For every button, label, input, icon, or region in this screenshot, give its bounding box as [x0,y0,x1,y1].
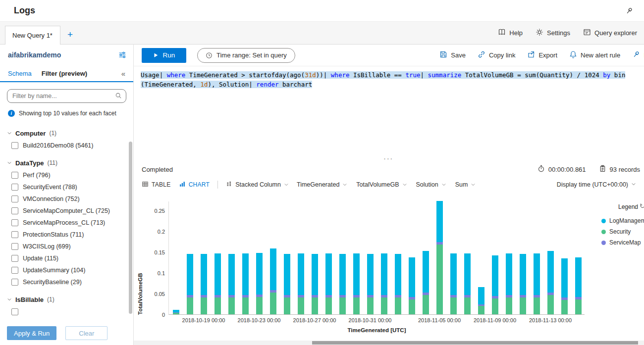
bar-segment-logmanagement[interactable] [242,253,249,295]
bar-segment-security[interactable] [381,297,387,314]
bar-segment-logmanagement[interactable] [284,254,290,295]
bar-2018-10-29[interactable] [339,254,346,314]
search-input[interactable] [7,89,126,103]
bar-2018-10-27[interactable] [312,254,318,314]
bar-segment-logmanagement[interactable] [298,253,304,295]
bar-2018-11-14[interactable] [561,258,568,314]
help-button[interactable]: Help [498,28,523,38]
legend-item-servicemap[interactable]: ServiceMap [601,237,644,248]
bar-2018-11-03[interactable] [409,257,415,314]
facet-item[interactable]: Perf (796) [11,169,133,181]
bar-2018-10-28[interactable] [325,253,332,314]
bar-2018-11-04[interactable] [423,251,429,314]
bar-2018-10-24[interactable] [270,248,276,314]
bar-2018-10-22[interactable] [242,253,249,314]
bar-2018-11-08[interactable] [478,287,484,314]
bar-2018-10-17[interactable] [173,310,179,314]
checkbox[interactable] [11,184,18,191]
tab-table[interactable]: TABLE [142,181,171,189]
bar-segment-security[interactable] [464,297,471,314]
facet-item[interactable] [11,306,133,318]
bar-segment-security[interactable] [423,295,429,314]
bar-segment-logmanagement[interactable] [520,254,526,295]
legend-item-security[interactable]: Security [601,226,644,237]
bar-segment-security[interactable] [478,306,484,314]
facet-item[interactable]: ServiceMapProcess_CL (713) [11,217,133,229]
horizontal-scrollbar[interactable] [134,341,644,345]
time-range-picker[interactable]: Time range: Set in query [197,48,295,63]
checkbox[interactable] [11,219,18,226]
bar-segment-logmanagement[interactable] [561,258,568,297]
tab-chart[interactable]: CHART [179,181,210,189]
bar-segment-security[interactable] [325,297,332,314]
facet-group-isbillable[interactable]: IsBillable(1) [7,293,133,306]
facet-item[interactable]: ServiceMapComputer_CL (725) [11,205,133,217]
bar-segment-logmanagement[interactable] [395,254,401,295]
bar-segment-logmanagement[interactable] [464,253,471,295]
new-tab-button[interactable]: + [67,30,73,39]
checkbox[interactable] [11,267,18,274]
facet-group-computer[interactable]: Computer(1) [7,127,133,140]
bar-segment-security[interactable] [298,297,304,314]
new-alert-rule-button[interactable]: New alert rule [569,50,620,60]
checkbox[interactable] [11,172,18,179]
bar-2018-10-30[interactable] [353,253,360,314]
bar-2018-11-07[interactable] [464,253,471,314]
bar-segment-security[interactable] [395,297,401,314]
bar-segment-security[interactable] [312,297,318,314]
tab-schema[interactable]: Schema [8,70,32,77]
bar-segment-logmanagement[interactable] [367,254,374,295]
bar-segment-logmanagement[interactable] [450,253,457,295]
bar-2018-11-02[interactable] [395,254,401,314]
bar-segment-security[interactable] [436,245,443,314]
bar-segment-logmanagement[interactable] [423,251,429,292]
bar-segment-logmanagement[interactable] [534,253,540,295]
bar-segment-security[interactable] [575,299,582,314]
bar-segment-security[interactable] [506,297,512,314]
facet-item[interactable]: ProtectionStatus (711) [11,229,133,241]
pin-to-dashboard-button[interactable]: Pin [632,50,644,60]
bar-segment-logmanagement[interactable] [436,201,443,242]
bar-2018-10-20[interactable] [215,253,221,314]
dropdown-timegenerated[interactable]: TimeGenerated [297,181,347,188]
bar-segment-logmanagement[interactable] [270,248,276,290]
bar-2018-10-21[interactable] [228,254,235,314]
bar-segment-logmanagement[interactable] [312,254,318,295]
bar-2018-11-13[interactable] [547,251,554,314]
sidebar-scrollbar[interactable] [129,142,132,314]
bar-segment-logmanagement[interactable] [409,257,415,297]
checkbox[interactable] [11,196,18,202]
bar-2018-10-19[interactable] [201,254,207,314]
scrollbar-thumb[interactable] [312,341,638,345]
bar-segment-security[interactable] [187,297,193,314]
checkbox[interactable] [11,231,18,238]
bar-segment-logmanagement[interactable] [506,253,512,295]
bar-2018-11-05[interactable] [436,201,443,314]
bar-2018-11-12[interactable] [534,253,540,314]
bar-segment-logmanagement[interactable] [201,254,207,295]
checkbox[interactable] [11,255,18,262]
filter-sliders-icon[interactable] [118,51,126,59]
bar-segment-logmanagement[interactable] [339,254,346,295]
checkbox[interactable] [11,308,18,315]
dropdown-solution[interactable]: Solution [416,181,446,188]
checkbox[interactable] [11,207,18,214]
bar-segment-security[interactable] [270,293,276,314]
export-button[interactable]: Export [527,50,557,60]
bar-segment-security[interactable] [339,297,346,314]
bar-2018-10-25[interactable] [284,254,290,314]
settings-button[interactable]: Settings [536,28,570,38]
bar-2018-10-18[interactable] [187,254,193,314]
facet-item[interactable]: UpdateSummary (104) [11,264,133,276]
bar-segment-security[interactable] [561,300,568,314]
bar-segment-security[interactable] [242,297,249,314]
facet-item[interactable]: SecurityBaseline (29) [11,276,133,288]
panel-splitter[interactable]: ··· [134,155,644,162]
bar-2018-10-26[interactable] [298,253,304,314]
bar-segment-security[interactable] [534,297,540,314]
bar-segment-security[interactable] [367,297,374,314]
query-line[interactable]: Usage| where TimeGenerated > startofday(… [141,70,644,80]
clear-button[interactable]: Clear [65,326,107,340]
bar-segment-logmanagement[interactable] [547,251,554,293]
bar-2018-10-23[interactable] [256,253,263,314]
